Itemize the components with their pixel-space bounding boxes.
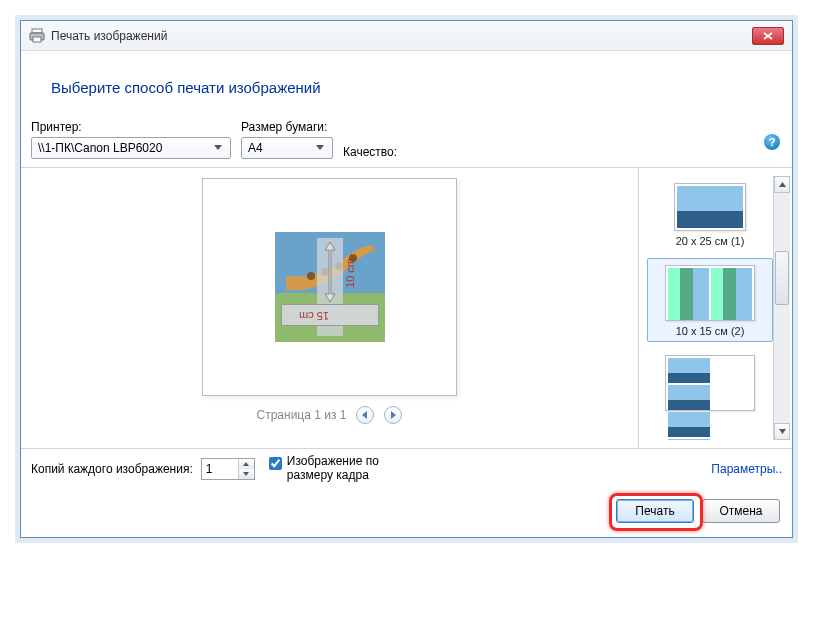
pager-text: Страница 1 из 1 [257, 408, 347, 422]
help-icon[interactable]: ? [764, 134, 780, 150]
fit-label: Изображение по размеру кадра [287, 455, 417, 483]
svg-rect-2 [33, 37, 41, 42]
paper-size-combo[interactable]: A4 [241, 137, 333, 159]
copies-label: Копий каждого изображения: [31, 462, 193, 476]
scroll-thumb[interactable] [775, 251, 789, 305]
scrollbar[interactable] [773, 176, 790, 440]
chevron-down-icon [210, 140, 226, 156]
parameters-link[interactable]: Параметры.. [711, 462, 782, 476]
scroll-down-button[interactable] [774, 423, 790, 440]
close-button[interactable] [752, 27, 784, 45]
window-title: Печать изображений [51, 29, 167, 43]
spin-down-button[interactable] [239, 469, 254, 479]
header: Выберите способ печати изображений [21, 51, 792, 114]
copies-spinner[interactable] [201, 458, 255, 480]
scroll-track[interactable] [774, 193, 790, 423]
fit-to-frame-checkbox[interactable]: Изображение по размеру кадра [269, 455, 417, 483]
controls-row: Принтер: \\1-ПК\Canon LBP6020 Размер бум… [21, 114, 792, 168]
layout-thumb [665, 265, 755, 321]
copies-input[interactable] [202, 462, 238, 476]
spin-up-button[interactable] [239, 459, 254, 469]
fit-checkbox-input[interactable] [269, 457, 282, 470]
preview-column: 10 cm 15 cm Страница 1 из 1 [21, 168, 638, 448]
layout-label: 20 x 25 см (1) [676, 235, 745, 247]
middle-area: 10 cm 15 cm Страница 1 из 1 20 x 25 см (… [21, 168, 792, 448]
prev-page-button[interactable] [356, 406, 374, 424]
layout-option-20x25[interactable]: 20 x 25 см (1) [647, 176, 773, 252]
svg-rect-0 [32, 29, 42, 33]
dim-v-label: 10 cm [344, 258, 356, 288]
layout-option-4up[interactable] [647, 348, 773, 420]
dim-h-label: 15 cm [299, 310, 329, 322]
layout-label: 10 x 15 см (2) [676, 325, 745, 337]
titlebar: Печать изображений [21, 21, 792, 51]
print-dialog: Печать изображений Выберите способ печат… [20, 20, 793, 538]
bottom-row: Копий каждого изображения: Изображение п… [21, 448, 792, 489]
print-button[interactable]: Печать [616, 499, 694, 523]
printer-icon [29, 28, 45, 44]
cancel-button[interactable]: Отмена [702, 499, 780, 523]
layouts-list: 20 x 25 см (1) 10 x 15 см (2) [647, 176, 773, 440]
printer-combo[interactable]: \\1-ПК\Canon LBP6020 [31, 137, 231, 159]
scroll-up-button[interactable] [774, 176, 790, 193]
preview-page: 10 cm 15 cm [202, 178, 457, 396]
paper-label: Размер бумаги: [241, 120, 333, 134]
paper-value: A4 [248, 141, 263, 155]
chevron-down-icon [312, 140, 328, 156]
instruction-text: Выберите способ печати изображений [51, 79, 762, 96]
pager: Страница 1 из 1 [257, 406, 403, 424]
printer-value: \\1-ПК\Canon LBP6020 [38, 141, 162, 155]
layout-thumb [665, 355, 755, 411]
actions-row: Печать Отмена [21, 489, 792, 537]
preview-image: 10 cm 15 cm [275, 232, 385, 342]
next-page-button[interactable] [384, 406, 402, 424]
layout-option-10x15[interactable]: 10 x 15 см (2) [647, 258, 773, 342]
layouts-panel: 20 x 25 см (1) 10 x 15 см (2) [638, 168, 792, 448]
quality-label: Качество: [343, 145, 397, 159]
dimension-arrow-v [323, 242, 337, 302]
layout-thumb [674, 183, 746, 231]
svg-point-6 [307, 272, 315, 280]
printer-label: Принтер: [31, 120, 231, 134]
